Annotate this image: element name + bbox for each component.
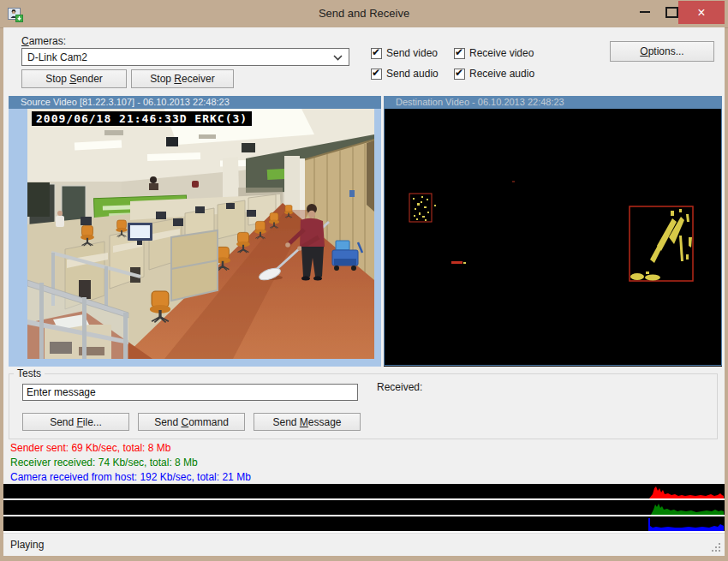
window-bottom-border [0,556,728,561]
send-command-label: Send Command [154,416,229,428]
checkbox-label: Send video [386,47,438,59]
checkbox-box: ✔ [454,69,465,80]
titlebar: Send and Receive × [0,0,728,28]
receiver-stat: Receiver received: 74 Kb/sec, total: 8 M… [10,457,198,468]
check-icon: ✔ [372,46,380,58]
checkbox-label: Send audio [386,68,439,80]
options-label: Options... [640,45,683,57]
maximize-icon [665,7,678,18]
camera-stat: Camera received from host: 192 Kb/sec, t… [10,471,251,483]
close-icon: × [697,5,705,21]
send-message-button[interactable]: Send Message [254,413,361,431]
resize-grip-icon[interactable] [719,550,720,552]
motion-pixels-large [630,209,692,281]
sender-bandwidth-graph [3,484,725,500]
stop-sender-button[interactable]: Stop Sender [21,69,127,88]
receiver-graph-series [651,504,724,515]
received-label: Received: [377,381,422,393]
source-video-image: 2009/06/18 21:46:33D ERKC(3) [27,109,374,359]
checkbox-box: ✔ [371,69,382,80]
status-bar: Playing [3,533,725,556]
stop-receiver-label: Stop Receiver [150,73,214,85]
motion-streak [451,261,462,264]
options-button[interactable]: Options... [610,41,714,62]
send-file-button[interactable]: Send File... [22,413,129,431]
check-icon: ✔ [372,67,380,79]
status-text: Playing [10,539,44,551]
motion-box-small [409,194,432,222]
camera-bandwidth-graph [3,516,725,533]
destination-video-panel: Destination Video - 06.10.2013 22:48:23 [384,96,722,367]
check-icon: ✔ [455,46,463,58]
send-file-label: Send File... [50,416,102,428]
receive-video-checkbox[interactable]: ✔ Receive video [454,47,534,59]
source-video-panel: Source Video [81.22.3.107] - 06.10.2013 … [9,96,381,367]
window-content: Cameras: D-Link Cam2 Stop Sender Stop Re… [3,27,725,556]
minimize-button[interactable] [632,0,658,24]
check-icon: ✔ [455,67,463,79]
motion-detection-overlay [385,109,719,363]
destination-video-header: Destination Video - 06.10.2013 22:48:23 [384,96,722,109]
send-command-button[interactable]: Send Command [138,413,245,431]
send-audio-checkbox[interactable]: ✔ Send audio [371,68,439,80]
camera-graph-series [648,518,724,531]
stop-sender-label: Stop Sender [45,73,103,85]
tests-group-label: Tests [14,367,45,379]
destination-video-image [384,109,722,366]
camera-selected-value: D-Link Cam2 [27,51,87,63]
send-video-checkbox[interactable]: ✔ Send video [371,47,438,59]
sender-stat: Sender sent: 69 Kb/sec, total: 8 Mb [10,442,170,454]
message-input[interactable] [22,384,358,401]
checkbox-label: Receive video [469,47,534,59]
stop-receiver-button[interactable]: Stop Receiver [131,69,234,88]
checkbox-label: Receive audio [469,68,534,80]
office-scene [27,109,374,359]
window-title: Send and Receive [0,7,728,20]
minimize-icon [640,11,650,13]
motion-pixels-small [413,196,436,221]
camera-select[interactable]: D-Link Cam2 [21,48,349,66]
receiver-bandwidth-graph [3,500,725,516]
send-message-label: Send Message [272,416,341,428]
camera-timestamp-overlay: 2009/06/18 21:46:33D ERKC(3) [32,111,252,126]
close-button[interactable]: × [678,1,725,24]
sender-graph-series [649,486,724,498]
cameras-label: Cameras: [21,35,66,47]
chevron-down-icon [333,55,343,61]
checkbox-box: ✔ [371,48,382,59]
checkbox-box: ✔ [454,48,465,59]
receive-audio-checkbox[interactable]: ✔ Receive audio [454,68,534,80]
source-video-header: Source Video [81.22.3.107] - 06.10.2013 … [9,96,381,109]
